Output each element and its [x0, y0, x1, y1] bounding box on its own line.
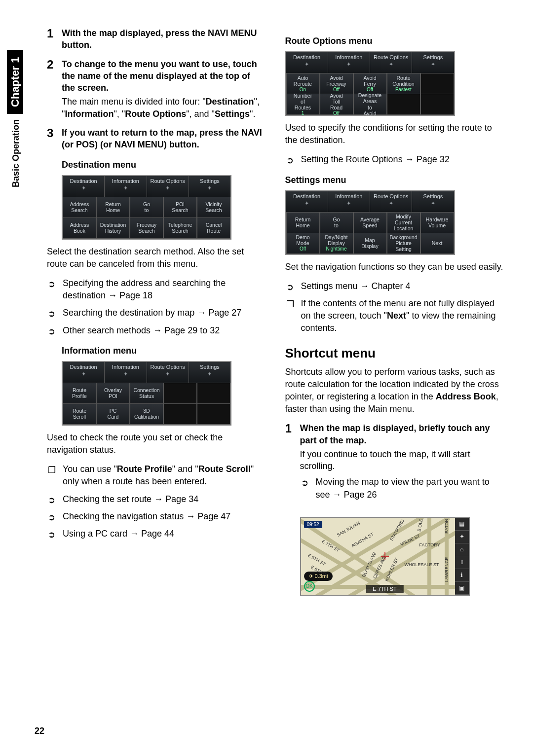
settings-menu-caption: Set the navigation functions so they can… — [285, 261, 504, 273]
step-3-lead: If you want to return to the map, press … — [62, 128, 262, 149]
settings-menu-refs: ➲Settings menu → Chapter 4❐If the conten… — [285, 280, 504, 335]
ref-item: ❐You can use "Route Profile" and "Route … — [47, 463, 266, 488]
menu-cell[interactable]: ReturnHome — [96, 197, 130, 218]
side-chapter: Chapter 1 — [7, 50, 23, 113]
information-menu-caption: Used to check the route you set or check… — [47, 432, 266, 456]
menu-cell[interactable]: PCCard — [96, 404, 130, 425]
menu-tab[interactable]: Settings✦ — [412, 52, 454, 73]
menu-cell[interactable]: Goto — [130, 197, 163, 218]
page-number: 22 — [35, 726, 44, 736]
route-options-menu-refs: ➲Setting the Route Options → Page 32 — [285, 153, 504, 166]
ref-item: ➲Searching the destination by map → Page… — [47, 307, 266, 319]
menu-cell[interactable]: ReturnHome — [286, 213, 320, 233]
ref-item: ➲Using a PC card → Page 44 — [47, 528, 266, 540]
menu-cell[interactable]: ConnectionStatus — [130, 383, 163, 404]
menu-tab[interactable]: Settings✦ — [412, 191, 454, 212]
right-column: Route Options menu Destination✦Informati… — [285, 27, 504, 596]
menu-tab[interactable]: Settings✦ — [189, 362, 230, 383]
menu-tab[interactable]: Destination✦ — [63, 362, 105, 383]
information-menu-screenshot: Destination✦Information✦Route Options✦Se… — [62, 361, 231, 426]
map-side-btn[interactable]: ▣ — [455, 582, 469, 595]
map-side-btn[interactable]: ⇧ — [455, 556, 469, 569]
map-screenshot: 09:52 ✈ 0.3mi OK E 7TH ST ▦ ✦ ⌂ ⇧ ℹ ▣ SA… — [300, 517, 470, 596]
step-2: 2 To change to the menu you want to use,… — [47, 58, 266, 120]
menu-cell — [420, 73, 454, 94]
menu-cell[interactable]: AvoidFreewayOff — [320, 73, 353, 94]
map-ok-icon: OK — [304, 581, 315, 592]
menu-cell[interactable]: BackgroundPictureSetting — [387, 233, 420, 254]
destination-menu-caption: Select the destination search method. Al… — [47, 246, 266, 270]
map-time: 09:52 — [304, 521, 322, 528]
menu-cell — [420, 94, 454, 115]
map-side-btn[interactable]: ℹ — [455, 569, 469, 582]
menu-cell[interactable]: CancelRoute — [197, 218, 230, 239]
ref-item: ➲Setting the Route Options → Page 32 — [285, 153, 504, 166]
destination-menu-screenshot: Destination✦Information✦Route Options✦Se… — [62, 175, 231, 240]
information-menu-title: Information menu — [62, 346, 266, 356]
route-options-menu-title: Route Options menu — [285, 36, 504, 46]
step-1-lead: With the map displayed, press the NAVI M… — [62, 28, 257, 50]
ref-item: ❐If the contents of the menu are not ful… — [285, 297, 504, 335]
menu-cell[interactable]: VicinitySearch — [197, 197, 230, 218]
menu-tab[interactable]: Settings✦ — [189, 176, 230, 197]
map-side-btn[interactable]: ▦ — [455, 518, 469, 531]
menu-cell[interactable]: NumberofRoutes1 — [286, 94, 320, 115]
step-3: 3 If you want to return to the map, pres… — [47, 127, 266, 151]
settings-menu-screenshot: Destination✦Information✦Route Options✦Se… — [285, 190, 455, 255]
menu-cell[interactable]: Goto — [320, 213, 353, 233]
menu-tab[interactable]: Information✦ — [328, 191, 370, 212]
menu-tab[interactable]: Route Options✦ — [147, 362, 189, 383]
menu-tab[interactable]: Destination✦ — [286, 191, 328, 212]
menu-tab[interactable]: Destination✦ — [286, 52, 328, 73]
route-options-menu-screenshot: Destination✦Information✦Route Options✦Se… — [285, 51, 455, 116]
menu-cell — [163, 383, 197, 404]
menu-tab[interactable]: Route Options✦ — [370, 52, 412, 73]
menu-cell[interactable]: AutoRerouteOn — [286, 73, 320, 94]
menu-tab[interactable]: Information✦ — [105, 176, 147, 197]
menu-cell[interactable]: 3DCalibration — [130, 404, 163, 425]
menu-cell[interactable]: POISearch — [163, 197, 197, 218]
map-side-btn[interactable]: ✦ — [455, 531, 469, 543]
menu-tab[interactable]: Information✦ — [105, 362, 147, 383]
menu-tab[interactable]: Route Options✦ — [370, 191, 412, 212]
menu-cell — [197, 404, 230, 425]
menu-cell[interactable]: Day/NightDisplayNighttime — [320, 233, 353, 254]
map-side-buttons: ▦ ✦ ⌂ ⇧ ℹ ▣ — [455, 518, 469, 595]
menu-cell[interactable]: HardwareVolume — [420, 213, 454, 233]
menu-tab[interactable]: Information✦ — [328, 52, 370, 73]
menu-cell[interactable]: FreewaySearch — [130, 218, 163, 239]
menu-tab[interactable]: Route Options✦ — [147, 176, 189, 197]
side-section: Basic Operation — [11, 119, 21, 187]
ref-item: ➲Other search methods → Page 29 to 32 — [47, 324, 266, 337]
menu-cell[interactable]: AvoidFerryOff — [353, 73, 387, 94]
menu-cell[interactable]: DestinationHistory — [96, 218, 130, 239]
side-tab: Basic Operation Chapter 1 — [9, 50, 22, 187]
shortcut-step-1: 1 When the map is displayed, briefly tou… — [285, 422, 504, 510]
map-side-btn[interactable]: ⌂ — [455, 543, 469, 556]
menu-cell[interactable]: OverlayPOI — [96, 383, 130, 404]
menu-cell[interactable]: RouteScroll — [63, 404, 96, 425]
menu-cell[interactable]: RouteConditionFastest — [387, 73, 420, 94]
ref-item: ➲Checking the set route → Page 34 — [47, 493, 266, 505]
menu-cell[interactable]: DemoModeOff — [286, 233, 320, 254]
menu-cell[interactable]: AddressSearch — [63, 197, 96, 218]
menu-tab[interactable]: Destination✦ — [63, 176, 105, 197]
menu-cell — [197, 383, 230, 404]
shortcut-heading: Shortcut menu — [285, 346, 504, 361]
menu-cell[interactable]: AverageSpeed — [353, 213, 387, 233]
step-1: 1 With the map displayed, press the NAVI… — [47, 27, 266, 51]
menu-cell[interactable]: TelephoneSearch — [163, 218, 197, 239]
menu-cell[interactable]: RouteProfile — [63, 383, 96, 404]
ref-item: ➲Specifying the address and searching th… — [47, 277, 266, 302]
menu-cell[interactable]: MapDisplay — [353, 233, 387, 254]
shortcut-intro: Shortcuts allow you to perform various t… — [285, 366, 504, 416]
step-2-detail: The main menu is divided into four: "Des… — [62, 96, 266, 120]
menu-cell[interactable]: DesignateAreastoAvoid — [353, 94, 387, 115]
ref-item: ➲Checking the navigation status → Page 4… — [47, 510, 266, 523]
left-column: 1 With the map displayed, press the NAVI… — [47, 27, 266, 596]
destination-menu-title: Destination menu — [62, 160, 266, 170]
menu-cell[interactable]: ModifyCurrentLocation — [387, 213, 420, 233]
menu-cell[interactable]: Next — [420, 233, 454, 254]
menu-cell[interactable]: AvoidTollRoadOff — [320, 94, 353, 115]
menu-cell[interactable]: AddressBook — [63, 218, 96, 239]
